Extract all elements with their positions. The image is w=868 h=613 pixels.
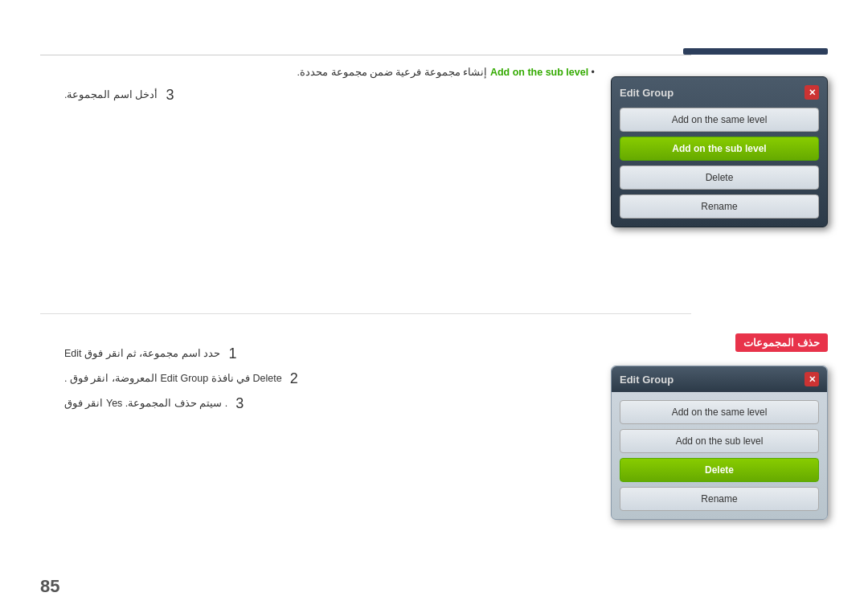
step3-text: أدخل اسم المجموعة. (64, 87, 158, 103)
add-sub-level-btn-top[interactable]: Add on the sub level (620, 137, 819, 161)
step3-link: Yes (106, 398, 122, 409)
step3-number: 3 (166, 87, 182, 104)
top-accent-bar (683, 48, 828, 55)
mid-divider-line (40, 313, 691, 314)
step1-main: حدد اسم مجموعة، ثم انقر فوق (84, 348, 220, 359)
add-same-level-btn-top[interactable]: Add on the same level (620, 108, 819, 132)
step2-dot: . (64, 373, 67, 384)
dialog-top-header: Edit Group ✕ (620, 85, 819, 100)
step3-number-b: 3 (235, 395, 252, 412)
bottom-step1-row: 1 حدد اسم مجموعة، ثم انقر فوق Edit (64, 345, 595, 362)
bottom-content-area: 1 حدد اسم مجموعة، ثم انقر فوق Edit 2 Del… (64, 345, 595, 420)
step1-link: Edit (64, 348, 82, 359)
dialog-bottom-close-button[interactable]: ✕ (805, 372, 819, 386)
edit-group-dialog-bottom: Edit Group ✕ Add on the same level Add o… (611, 366, 828, 520)
edit-group-dialog-top: Edit Group ✕ Add on the same level Add o… (611, 76, 828, 227)
step2-main: في نافذة Edit Group المعروضة، انقر فوق (70, 373, 250, 384)
step3-main: انقر فوق (64, 398, 103, 409)
top-step3-row: 3 أدخل اسم المجموعة. (64, 87, 595, 104)
top-instruction: • Add on the sub level إنشاء مجموعة فرعي… (64, 64, 595, 80)
dialog-top-close-button[interactable]: ✕ (805, 85, 819, 100)
dialog-top-title: Edit Group (620, 87, 674, 99)
step2-text: Delete في نافذة Edit Group المعروضة، انق… (64, 370, 282, 386)
top-content-area: • Add on the sub level إنشاء مجموعة فرعي… (64, 64, 595, 112)
step3-suffix: . سيتم حذف المجموعة. (125, 398, 227, 409)
dialog-bottom-title: Edit Group (620, 374, 674, 386)
page-number: 85 (40, 576, 59, 597)
dialog-bottom-header: Edit Group ✕ (612, 366, 827, 392)
step2-link: Delete (253, 373, 282, 384)
add-sub-level-btn-bottom[interactable]: Add on the sub level (620, 429, 819, 453)
delete-btn-top[interactable]: Delete (620, 166, 819, 190)
bottom-step2-row: 2 Delete في نافذة Edit Group المعروضة، ا… (64, 370, 595, 387)
step2-number: 2 (290, 370, 306, 387)
bottom-step3-row: 3 . سيتم حذف المجموعة. Yes انقر فوق (64, 395, 595, 412)
delete-btn-bottom[interactable]: Delete (620, 458, 819, 482)
step1-number: 1 (228, 345, 244, 362)
section-badge: حذف المجموعات (735, 333, 828, 352)
rename-btn-bottom[interactable]: Rename (620, 487, 819, 511)
add-same-level-btn-bottom[interactable]: Add on the same level (620, 400, 819, 424)
top-instruction-text: إنشاء مجموعة فرعية ضمن مجموعة محددة. (297, 67, 488, 78)
rename-btn-top[interactable]: Rename (620, 194, 819, 219)
bullet: • (588, 67, 595, 78)
step1-text: حدد اسم مجموعة، ثم انقر فوق Edit (64, 345, 220, 362)
add-sub-level-label: Add on the sub level (490, 67, 588, 78)
top-divider-line (40, 55, 691, 55)
step3-text-b: . سيتم حذف المجموعة. Yes انقر فوق (64, 395, 227, 411)
